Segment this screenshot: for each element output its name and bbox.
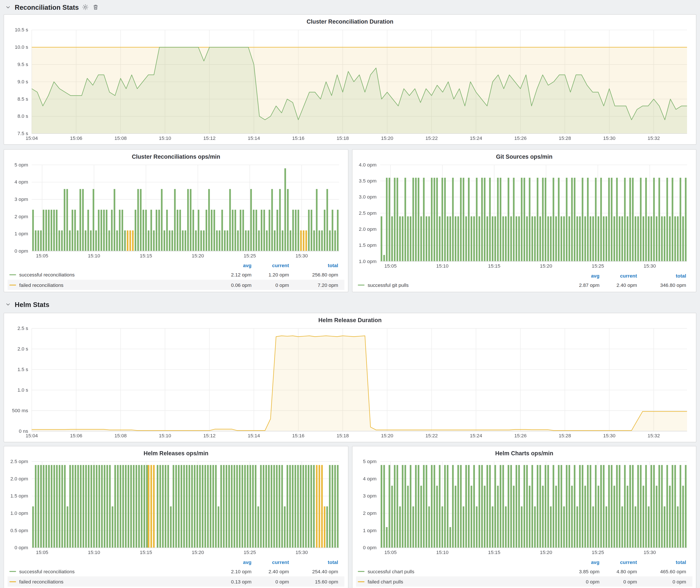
svg-text:1.5 s: 1.5 s [18, 367, 28, 372]
legend-series-label[interactable]: failed reconciliations [8, 282, 211, 288]
helm-charts-opm-chart[interactable]: 0 opm1 opm2 opm3 opm4 opm5 opm15:0515:10… [356, 458, 692, 557]
helm-release-duration-chart[interactable]: 0 ns500 ms1.0 s1.5 s2.0 s2.5 s15:0415:06… [8, 325, 692, 440]
total-value: 465.60 opm [637, 569, 686, 574]
gear-icon[interactable] [82, 4, 89, 11]
series-color-swatch [358, 284, 365, 285]
cluster-reconciliation-duration-chart[interactable]: 7.5 s8.0 s8.5 s9.0 s9.5 s10.0 s10.5 s15:… [8, 26, 692, 143]
legend-col-current[interactable]: current [252, 262, 289, 268]
legend-col-avg[interactable]: avg [559, 559, 600, 565]
series-color-swatch [358, 581, 365, 582]
legend-series-label[interactable]: successful git pulls [356, 282, 559, 288]
series-name: successful chart pulls [368, 569, 415, 574]
chart-svg[interactable]: 0 ns500 ms1.0 s1.5 s2.0 s2.5 s15:0415:06… [8, 325, 692, 440]
svg-text:15:10: 15:10 [159, 135, 171, 141]
svg-text:15:25: 15:25 [244, 549, 256, 555]
svg-text:15:30: 15:30 [603, 135, 616, 141]
legend-col-avg[interactable]: avg [211, 262, 252, 268]
svg-text:0.5 opm: 0.5 opm [10, 528, 28, 533]
cluster-reconciliations-opm-chart[interactable]: 0 opm1 opm2 opm3 opm4 opm5 opm15:0515:10… [8, 161, 344, 260]
avg-value: 0.06 opm [211, 282, 252, 288]
section-title[interactable]: Reconciliation Stats [15, 3, 79, 11]
svg-text:15:20: 15:20 [192, 253, 204, 258]
legend-row: successful git pulls 2.87 opm 2.40 opm 3… [356, 280, 692, 290]
legend-series-label[interactable]: successful reconciliations [8, 569, 211, 574]
svg-text:15:20: 15:20 [381, 433, 393, 438]
svg-text:15:04: 15:04 [26, 135, 38, 141]
svg-text:1.0 opm: 1.0 opm [10, 510, 28, 516]
svg-text:0 opm: 0 opm [363, 545, 377, 550]
svg-text:15:20: 15:20 [540, 263, 552, 269]
legend-series-label[interactable]: successful chart pulls [356, 569, 559, 574]
panel-title[interactable]: Git Sources ops/min [356, 152, 692, 161]
svg-text:0 opm: 0 opm [15, 248, 28, 254]
legend-col-total[interactable]: total [637, 273, 686, 278]
svg-text:15:25: 15:25 [244, 253, 256, 258]
legend-col-avg[interactable]: avg [211, 559, 252, 565]
section-header-helm-stats[interactable]: Helm Stats [4, 297, 697, 310]
svg-text:4.0 opm: 4.0 opm [359, 162, 377, 168]
svg-text:15:05: 15:05 [384, 263, 397, 269]
chart-svg[interactable]: 0 opm1 opm2 opm3 opm4 opm5 opm15:0515:10… [8, 161, 344, 260]
helm-releases-opm-chart[interactable]: 0 opm0.5 opm1.0 opm1.5 opm2.0 opm2.5 opm… [8, 458, 344, 557]
svg-text:15:32: 15:32 [648, 135, 660, 141]
svg-text:15:05: 15:05 [384, 549, 397, 555]
svg-text:10.0 s: 10.0 s [15, 44, 28, 50]
svg-text:15:15: 15:15 [488, 549, 500, 555]
panel-cluster-reconciliation-duration: Cluster Reconciliation Duration 7.5 s8.0… [4, 14, 697, 145]
legend-series-label[interactable]: failed reconciliations [8, 579, 211, 584]
svg-text:2.0 opm: 2.0 opm [10, 476, 28, 481]
svg-text:3 opm: 3 opm [363, 493, 377, 499]
series-color-swatch [358, 571, 365, 572]
svg-text:5 opm: 5 opm [15, 162, 28, 168]
legend-col-current[interactable]: current [600, 273, 637, 278]
svg-text:15:30: 15:30 [295, 253, 308, 258]
row-reconciliations: Cluster Reconciliations ops/min 0 opm1 o… [4, 149, 697, 292]
git-sources-opm-chart[interactable]: 1.0 opm1.5 opm2.0 opm2.5 opm3.0 opm3.5 o… [356, 161, 692, 270]
svg-text:9.5 s: 9.5 s [18, 61, 28, 67]
panel-title[interactable]: Helm Releases ops/min [8, 449, 344, 458]
legend-col-current[interactable]: current [600, 559, 637, 565]
panel-title[interactable]: Helm Charts ops/min [356, 449, 692, 458]
chevron-down-icon[interactable] [5, 301, 12, 308]
svg-text:15:28: 15:28 [559, 433, 571, 438]
total-value: 254.40 opm [289, 569, 338, 574]
total-value: 346.80 opm [637, 282, 686, 288]
legend-col-total[interactable]: total [289, 262, 338, 268]
series-name: successful reconciliations [19, 272, 75, 277]
svg-text:15:30: 15:30 [644, 263, 656, 269]
chart-svg[interactable]: 1.0 opm1.5 opm2.0 opm2.5 opm3.0 opm3.5 o… [356, 161, 692, 270]
svg-text:15:04: 15:04 [26, 433, 38, 438]
svg-text:15:26: 15:26 [514, 433, 527, 438]
section-title[interactable]: Helm Stats [15, 300, 49, 308]
legend-series-label[interactable]: failed chart pulls [356, 579, 559, 584]
chart-svg[interactable]: 0 opm1 opm2 opm3 opm4 opm5 opm15:0515:10… [356, 458, 692, 557]
legend-col-total[interactable]: total [289, 559, 338, 565]
svg-text:15:10: 15:10 [88, 253, 100, 258]
svg-text:1 opm: 1 opm [363, 528, 377, 533]
svg-text:10.5 s: 10.5 s [15, 27, 28, 32]
legend-header: avg current total [356, 558, 692, 566]
panel-helm-charts-opm: Helm Charts ops/min 0 opm1 opm2 opm3 opm… [352, 446, 696, 588]
chart-svg[interactable]: 7.5 s8.0 s8.5 s9.0 s9.5 s10.0 s10.5 s15:… [8, 26, 692, 143]
section-header-reconciliation-stats[interactable]: Reconciliation Stats [4, 0, 697, 13]
chevron-down-icon[interactable] [5, 4, 12, 11]
trash-icon[interactable] [92, 4, 99, 11]
total-value: 7.20 opm [289, 282, 338, 288]
svg-text:2.5 s: 2.5 s [18, 325, 28, 331]
svg-text:15:12: 15:12 [203, 433, 216, 438]
legend-header: avg current total [356, 271, 692, 280]
svg-text:2.0 opm: 2.0 opm [359, 226, 377, 232]
chart-svg[interactable]: 0 opm0.5 opm1.0 opm1.5 opm2.0 opm2.5 opm… [8, 458, 344, 557]
series-color-swatch [9, 571, 16, 572]
legend-col-current[interactable]: current [252, 559, 289, 565]
svg-text:15:22: 15:22 [425, 135, 438, 141]
legend-col-total[interactable]: total [637, 559, 686, 565]
panel-title[interactable]: Helm Release Duration [8, 316, 692, 325]
svg-text:15:15: 15:15 [140, 253, 152, 258]
legend-col-avg[interactable]: avg [559, 273, 600, 278]
panel-title[interactable]: Cluster Reconciliations ops/min [8, 152, 344, 161]
panel-title[interactable]: Cluster Reconciliation Duration [8, 17, 692, 26]
legend-series-label[interactable]: successful reconciliations [8, 272, 211, 277]
svg-text:0 opm: 0 opm [15, 545, 28, 550]
svg-text:15:08: 15:08 [115, 135, 127, 141]
